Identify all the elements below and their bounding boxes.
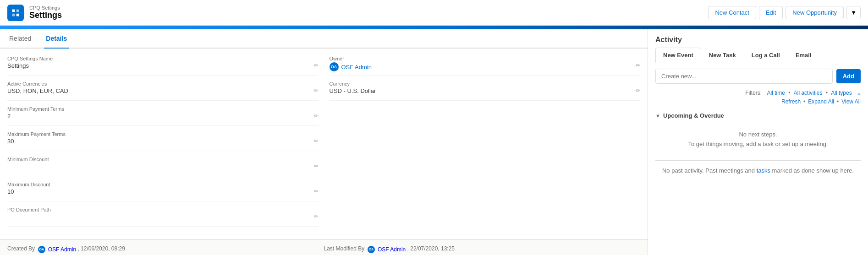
- record-footer: Created By OA OSF Admin , 12/06/2020, 08…: [0, 239, 648, 255]
- field-owner: Owner OA OSF Admin ✏: [330, 56, 641, 76]
- activity-header: Activity New Event New Task Log a Call E…: [648, 29, 868, 63]
- edit-currency-icon[interactable]: ✏: [636, 87, 640, 94]
- add-button[interactable]: Add: [836, 69, 861, 83]
- owner-label: Owner: [330, 56, 641, 61]
- owner-avatar: OA: [330, 62, 339, 71]
- svg-rect-1: [16, 9, 19, 12]
- max-payment-value: 30: [7, 138, 319, 147]
- edit-owner-icon[interactable]: ✏: [636, 62, 640, 69]
- no-steps-message: No next steps. To get things moving, add…: [655, 125, 861, 155]
- fields-right-col: Owner OA OSF Admin ✏ Currency USD - U.S.…: [330, 56, 641, 232]
- min-payment-label: Minimum Payment Terms: [7, 106, 319, 112]
- svg-rect-2: [12, 13, 15, 16]
- past-activity-text: No past activity. Past meetings and task…: [662, 167, 854, 174]
- upcoming-header[interactable]: ▼ Upcoming & Overdue: [655, 112, 861, 119]
- header-actions: New Contact Edit New Opportunity ▼: [708, 6, 861, 19]
- field-max-discount: Maximum Discount 10 ✏: [7, 182, 319, 201]
- past-activity: No past activity. Past meetings and task…: [655, 160, 861, 176]
- field-po-document-path: PO Document Path ✏: [7, 207, 319, 227]
- min-discount-value: [7, 163, 319, 172]
- detail-tabs: Related Details: [0, 29, 648, 49]
- upcoming-label: Upcoming & Overdue: [663, 112, 724, 119]
- edit-po-document-path-icon[interactable]: ✏: [314, 213, 319, 220]
- create-row: Add: [655, 69, 861, 84]
- active-currencies-label: Active Currencies: [7, 81, 319, 87]
- filter-all-activities[interactable]: All activities: [794, 90, 823, 96]
- edit-min-discount-icon[interactable]: ✏: [314, 163, 319, 169]
- min-discount-label: Minimum Discount: [7, 157, 319, 162]
- created-datetime: 12/06/2020, 08:29: [81, 245, 125, 252]
- edit-max-payment-icon[interactable]: ✏: [314, 138, 319, 144]
- dropdown-button[interactable]: ▼: [846, 6, 861, 19]
- create-new-input[interactable]: [655, 69, 833, 84]
- filter-funnel-icon[interactable]: ⬦: [857, 89, 861, 97]
- modified-by-avatar: OA: [368, 246, 375, 253]
- min-payment-value: 2: [7, 113, 319, 122]
- app-header: CPQ Settings Settings New Contact Edit N…: [0, 0, 868, 26]
- po-document-path-value: [7, 213, 319, 222]
- svg-rect-0: [12, 9, 15, 12]
- action-links-row: Refresh • Expand All • View All: [655, 98, 861, 105]
- filters-label: Filters:: [745, 90, 762, 96]
- activity-title: Activity: [655, 36, 682, 43]
- activity-body: Add Filters: All time • All activities •…: [648, 63, 868, 255]
- right-panel: Activity New Event New Task Log a Call E…: [648, 29, 868, 255]
- tasks-link[interactable]: tasks: [757, 167, 770, 174]
- owner-link[interactable]: OSF Admin: [341, 64, 372, 71]
- tab-related[interactable]: Related: [7, 29, 33, 49]
- modified-by-inline: OA OSF Admin: [368, 246, 406, 253]
- owner-value: OA OSF Admin: [330, 62, 641, 71]
- cpq-settings-name-label: CPQ Settings Name: [7, 56, 319, 61]
- fields-area: CPQ Settings Name Settings ✏ Active Curr…: [0, 49, 648, 239]
- main-layout: Related Details CPQ Settings Name Settin…: [0, 29, 868, 255]
- created-by-col: Created By OA OSF Admin , 12/06/2020, 08…: [7, 245, 324, 253]
- chevron-icon: ▼: [655, 113, 660, 119]
- svg-rect-3: [16, 13, 19, 16]
- modified-by-link[interactable]: OSF Admin: [378, 246, 406, 253]
- po-document-path-label: PO Document Path: [7, 207, 319, 212]
- upcoming-section: ▼ Upcoming & Overdue No next steps. To g…: [655, 112, 861, 155]
- max-discount-value: 10: [7, 188, 319, 197]
- separator-1: •: [803, 98, 805, 105]
- modified-by-label: Last Modified By: [324, 245, 365, 252]
- fields-left-col: CPQ Settings Name Settings ✏ Active Curr…: [7, 56, 330, 232]
- expand-all-link[interactable]: Expand All: [808, 98, 834, 105]
- edit-max-discount-icon[interactable]: ✏: [314, 188, 319, 195]
- active-currencies-value: USD, RON, EUR, CAD: [7, 87, 319, 97]
- activity-tab-email[interactable]: Email: [788, 48, 819, 63]
- no-steps-line1: No next steps.: [655, 130, 861, 140]
- filter-all-time[interactable]: All time: [767, 90, 785, 96]
- activity-tab-log-call[interactable]: Log a Call: [744, 48, 788, 63]
- edit-cpq-settings-name-icon[interactable]: ✏: [314, 62, 319, 69]
- field-min-discount: Minimum Discount ✏: [7, 157, 319, 176]
- app-icon: [7, 5, 24, 21]
- view-all-link[interactable]: View All: [841, 98, 861, 105]
- field-currency: Currency USD - U.S. Dollar ✏: [330, 81, 641, 101]
- header-titles: CPQ Settings Settings: [29, 5, 62, 20]
- activity-tab-new-task[interactable]: New Task: [701, 48, 744, 63]
- activity-tab-new-event[interactable]: New Event: [655, 48, 701, 63]
- edit-button[interactable]: Edit: [759, 6, 783, 19]
- no-steps-line2: To get things moving, add a task or set …: [655, 140, 861, 149]
- field-active-currencies: Active Currencies USD, RON, EUR, CAD ✏: [7, 81, 319, 101]
- modified-by-col: Last Modified By OA OSF Admin , 22/07/20…: [324, 245, 641, 253]
- new-opportunity-button[interactable]: New Opportunity: [786, 6, 844, 19]
- refresh-link[interactable]: Refresh: [781, 98, 801, 105]
- new-contact-button[interactable]: New Contact: [708, 6, 756, 19]
- max-payment-label: Maximum Payment Terms: [7, 131, 319, 137]
- created-by-avatar: OA: [38, 246, 45, 253]
- tab-details[interactable]: Details: [44, 29, 69, 49]
- left-panel: Related Details CPQ Settings Name Settin…: [0, 29, 648, 255]
- created-by-label: Created By: [7, 245, 35, 252]
- field-cpq-settings-name: CPQ Settings Name Settings ✏: [7, 56, 319, 76]
- blue-banner: [0, 26, 868, 29]
- edit-min-payment-icon[interactable]: ✏: [314, 113, 319, 119]
- app-name: CPQ Settings: [29, 5, 62, 11]
- max-discount-label: Maximum Discount: [7, 182, 319, 187]
- activity-tabs: New Event New Task Log a Call Email: [655, 44, 861, 63]
- created-by-link[interactable]: OSF Admin: [48, 246, 76, 253]
- filter-all-types[interactable]: All types: [831, 90, 852, 96]
- edit-active-currencies-icon[interactable]: ✏: [314, 87, 319, 94]
- cpq-settings-name-value: Settings: [7, 62, 319, 71]
- modified-datetime: 22/07/2020, 13:25: [410, 245, 455, 252]
